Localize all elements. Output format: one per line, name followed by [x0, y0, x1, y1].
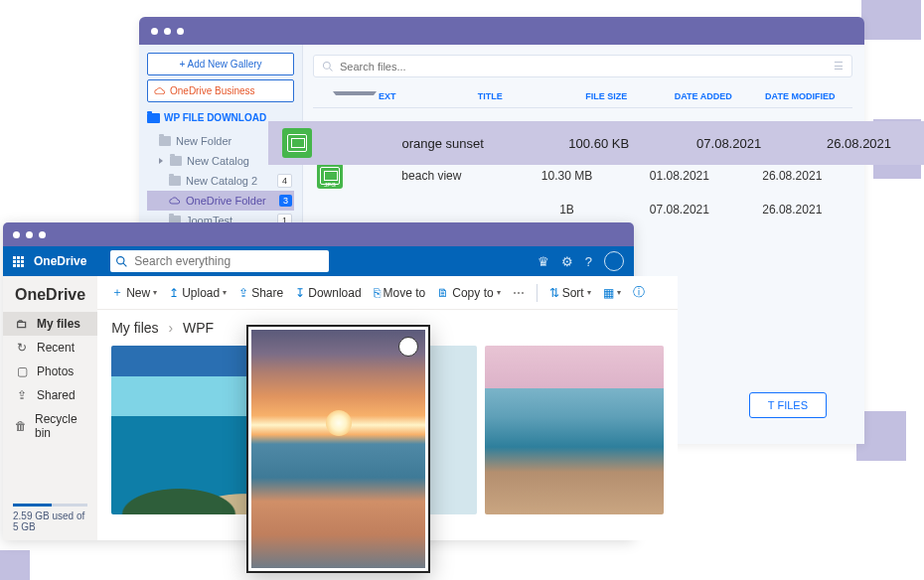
grid-view-icon: ▦ [603, 286, 614, 300]
tree-label: OneDrive Folder [186, 195, 266, 207]
onedrive-header: OneDrive ♛ ⚙ ? [3, 246, 634, 276]
chevron-down-icon: ▾ [223, 288, 227, 297]
folder-icon [170, 156, 182, 166]
sidebar-item-recent[interactable]: ↻ Recent [3, 336, 97, 360]
info-icon: ⓘ [633, 284, 645, 301]
window-titlebar[interactable] [139, 17, 864, 45]
sidebar-label: Photos [37, 364, 74, 378]
sidebar-label: Recent [37, 341, 75, 355]
toolbar-separator [537, 284, 538, 302]
sidebar-label: My files [37, 317, 80, 331]
tree-label: New Catalog 2 [186, 175, 257, 187]
caret-right-icon [159, 158, 163, 164]
file-chip-label: JPG [317, 182, 343, 188]
sidebar-item-shared[interactable]: ⇪ Shared [3, 383, 97, 407]
view-button[interactable]: ▦▾ [599, 284, 625, 302]
thumbnail-item[interactable] [485, 346, 664, 514]
selection-toggle[interactable] [398, 337, 418, 357]
sort-button[interactable]: ⇅Sort▾ [545, 284, 595, 302]
btn-label: Move to [384, 286, 426, 300]
sidebar-label: Recycle bin [35, 412, 85, 440]
wp-title-label: WP FILE DOWNLOAD [164, 112, 266, 123]
copy-icon: 🗎 [437, 286, 449, 300]
file-modified: 26.08.2021 [736, 169, 848, 183]
file-added: 07.08.2021 [664, 136, 794, 151]
chevron-down-icon: ▾ [587, 288, 591, 297]
select-files-button[interactable]: T FILES [749, 392, 827, 418]
settings-icon[interactable]: ⚙ [561, 254, 573, 269]
decoration [0, 550, 30, 580]
sidebar-label: Shared [37, 388, 76, 402]
download-button[interactable]: ↧Download [291, 284, 365, 302]
svg-line-1 [330, 68, 333, 71]
move-icon: ⎘ [374, 286, 381, 300]
btn-label: New [126, 286, 150, 300]
col-header-added[interactable]: DATE ADDED [655, 91, 752, 101]
upload-button[interactable]: ↥Upload▾ [165, 284, 231, 302]
sidebar-item-my-files[interactable]: 🗀 My files [3, 312, 97, 336]
search-everything-input[interactable] [110, 250, 329, 272]
file-row-highlighted[interactable]: orange sunset 100.60 KB 07.08.2021 26.08… [268, 121, 924, 165]
selected-image-preview[interactable] [246, 325, 430, 573]
cloud-icon [154, 87, 166, 95]
brand-label: OneDrive [34, 254, 86, 268]
file-title: orange sunset [352, 136, 534, 151]
sidebar-item-photos[interactable]: ▢ Photos [3, 360, 97, 383]
breadcrumb-root[interactable]: My files [111, 320, 158, 336]
recent-icon: ↻ [15, 341, 29, 355]
btn-label: Sort [562, 286, 584, 300]
tree-badge: 4 [277, 174, 292, 188]
btn-label: Upload [182, 286, 220, 300]
sort-icon: ⇅ [549, 286, 559, 300]
window-titlebar[interactable] [3, 222, 634, 246]
share-icon: ⇪ [238, 286, 248, 300]
search-icon [322, 61, 334, 72]
file-modified: 26.08.2021 [794, 136, 924, 151]
chevron-down-icon: ▾ [497, 288, 501, 297]
file-row[interactable]: 1B 07.08.2021 26.08.2021 [313, 196, 852, 223]
sidebar-item-recycle-bin[interactable]: 🗑 Recycle bin [3, 407, 97, 445]
tree-item-onedrive-folder[interactable]: OneDrive Folder 3 [147, 191, 294, 211]
add-new-gallery-button[interactable]: + Add New Gallery [147, 53, 294, 75]
move-to-button[interactable]: ⎘Move to [370, 284, 430, 302]
copy-to-button[interactable]: 🗎Copy to▾ [433, 284, 504, 302]
col-header-size[interactable]: FILE SIZE [558, 91, 656, 101]
search-files-row[interactable]: ☰ [313, 55, 852, 77]
cloud-icon [169, 196, 181, 206]
onedrive-business-button[interactable]: OneDrive Business [147, 79, 294, 102]
file-title: beach view [353, 169, 511, 183]
col-header-modified[interactable]: DATE MODIFIED [752, 91, 849, 101]
more-actions-button[interactable]: ⋯ [509, 286, 529, 300]
col-header-ext[interactable]: EXT [379, 91, 422, 101]
svg-point-0 [324, 62, 331, 69]
sort-caret-icon[interactable] [333, 91, 377, 95]
file-added: 01.08.2021 [623, 169, 735, 183]
app-launcher-icon[interactable] [13, 256, 24, 267]
search-files-input[interactable] [340, 61, 828, 72]
file-size: 1B [511, 203, 623, 217]
sun-icon [326, 410, 352, 436]
onedrive-sidebar: OneDrive 🗀 My files ↻ Recent ▢ Photos ⇪ … [3, 276, 97, 540]
decoration [861, 0, 921, 40]
info-button[interactable]: ⓘ [629, 282, 649, 303]
file-modified: 26.08.2021 [736, 203, 848, 217]
premium-icon[interactable]: ♛ [538, 254, 549, 269]
file-size: 10.30 MB [511, 169, 623, 183]
avatar[interactable] [604, 251, 624, 271]
breadcrumb-separator: › [168, 320, 173, 336]
breadcrumb-current: WPF [183, 320, 214, 336]
col-header-title[interactable]: TITLE [422, 91, 558, 101]
filter-icon[interactable]: ☰ [834, 60, 844, 72]
storage-label: 2.59 GB used of 5 GB [13, 510, 84, 532]
window-dot [26, 231, 33, 238]
tree-label: New Catalog [187, 155, 249, 167]
help-icon[interactable]: ? [585, 254, 592, 269]
btn-label: Share [251, 286, 283, 300]
share-button[interactable]: ⇪Share [234, 284, 287, 302]
window-dot [177, 28, 184, 35]
btn-label: Download [308, 286, 361, 300]
storage-bar [13, 504, 87, 507]
folder-icon [147, 113, 160, 123]
tree-item-new-catalog-2[interactable]: New Catalog 2 4 [147, 171, 294, 191]
new-button[interactable]: ＋New▾ [107, 282, 161, 303]
